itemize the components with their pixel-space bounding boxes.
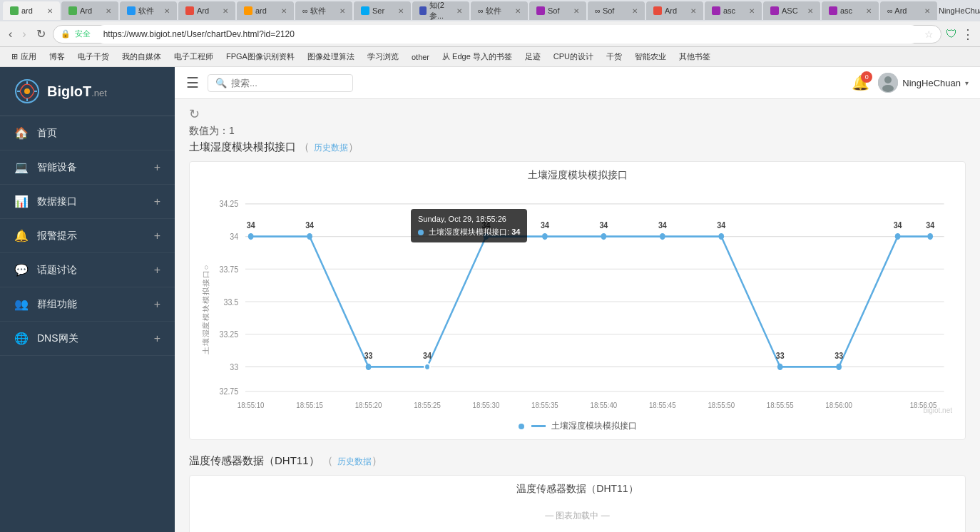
tab-6[interactable]: Ser ✕	[354, 1, 411, 20]
bm-cpu[interactable]: CPU的设计	[548, 50, 599, 63]
sidebar-item-data[interactable]: 📊 数据接口 +	[0, 185, 175, 219]
search-input[interactable]	[231, 78, 345, 88]
sidebar-label-groups: 群组功能	[37, 298, 77, 311]
user-area[interactable]: NingHeChuan ▾	[878, 73, 969, 93]
svg-text:18:55:15: 18:55:15	[296, 400, 323, 409]
bm-more[interactable]: 其他书签	[673, 50, 716, 63]
logo-icon	[14, 78, 40, 104]
bm-learn[interactable]: 学习浏览	[362, 50, 404, 63]
svg-point-54	[836, 364, 842, 370]
topics-plus-icon[interactable]: +	[154, 264, 160, 277]
sidebar-item-devices[interactable]: 💻 智能设备 +	[0, 150, 175, 185]
tab-13[interactable]: ASC ✕	[763, 1, 820, 20]
hamburger-icon[interactable]: ☰	[186, 74, 199, 91]
section2-history-link[interactable]: 历史数据	[337, 456, 372, 466]
svg-text:土壤湿度模块模拟接口○: 土壤湿度模块模拟接口○	[201, 265, 209, 354]
sidebar-label-topics: 话题讨论	[37, 264, 77, 277]
svg-text:18:55:50: 18:55:50	[708, 400, 735, 409]
sidebar-item-dns[interactable]: 🌐 DNS网关 +	[0, 322, 175, 356]
tab-5[interactable]: ∞ 软件 ✕	[295, 1, 352, 20]
bm-fpga[interactable]: FPGA图像识别资料	[220, 50, 300, 63]
tab-active[interactable]: ard ✕	[3, 1, 60, 20]
tab-9[interactable]: Sof ✕	[529, 1, 586, 20]
user-avatar	[878, 73, 898, 93]
svg-point-50	[601, 233, 606, 240]
svg-point-53	[777, 364, 783, 370]
bm-engineer[interactable]: 电子工程师	[168, 50, 219, 63]
notification-button[interactable]: 🔔 0	[852, 74, 869, 91]
bm-imgproc[interactable]: 图像处理算法	[302, 50, 360, 63]
tab-close-icon[interactable]: ✕	[47, 7, 53, 15]
dns-plus-icon[interactable]: +	[154, 332, 160, 345]
refresh-area: ↻	[189, 106, 966, 122]
refresh-icon[interactable]: ↻	[189, 106, 200, 122]
groups-plus-icon[interactable]: +	[154, 298, 160, 311]
bm-edge[interactable]: 从 Edge 导入的书签	[437, 50, 518, 63]
tab-4[interactable]: ard ✕	[237, 1, 294, 20]
tab-7[interactable]: 知(2参... ✕	[412, 1, 469, 20]
tab-3[interactable]: Ard ✕	[178, 1, 235, 20]
address-bar-row: ‹ › ↻ 🔒 安全 ☆ 🛡 ⋮	[0, 21, 980, 47]
security-label: 安全	[75, 29, 91, 39]
user-chevron-icon: ▾	[965, 79, 969, 87]
sidebar-item-alerts[interactable]: 🔔 报警提示 +	[0, 219, 175, 253]
bm-dry[interactable]: 干货	[601, 50, 628, 63]
svg-text:18:55:30: 18:55:30	[473, 400, 500, 409]
svg-text:33: 33	[230, 362, 238, 372]
user-name-tab: NingHeChuan	[939, 6, 980, 15]
data-plus-icon[interactable]: +	[154, 195, 160, 208]
section1-history-link[interactable]: 历史数据	[314, 143, 348, 153]
tab-14[interactable]: asc ✕	[822, 1, 879, 20]
legend-line-icon	[531, 425, 546, 427]
svg-point-47	[424, 364, 430, 370]
svg-text:18:55:40: 18:55:40	[591, 400, 618, 409]
reload-button[interactable]: ↻	[34, 26, 49, 42]
topics-icon: 💬	[14, 263, 29, 277]
bookmark-star-icon[interactable]: ☆	[924, 29, 934, 40]
sidebar: BigIoT.net 🏠 首页 💻 智能设备 + 📊 数据接口 + 🔔 报警提示…	[0, 67, 175, 532]
chart2-placeholder: — 图表加载中 —	[197, 501, 958, 530]
bm-media[interactable]: 我的自媒体	[116, 50, 167, 63]
legend-circle-icon	[519, 424, 524, 429]
user-name-display: NingHeChuan	[902, 78, 961, 88]
svg-text:33: 33	[834, 350, 843, 360]
tab-15[interactable]: ∞ Ard ✕	[880, 1, 937, 20]
tab-1[interactable]: Ard ✕	[61, 1, 118, 20]
sidebar-item-topics[interactable]: 💬 话题讨论 +	[0, 253, 175, 287]
back-button[interactable]: ‹	[6, 26, 15, 42]
bm-footprint[interactable]: 足迹	[519, 50, 546, 63]
chart1-area: 34.25 34 33.75 33.5 33.25 33 32.75 18:55…	[197, 188, 958, 416]
chart2-container: 温度传感器数据（DHT11） — 图表加载中 —	[189, 475, 966, 532]
alerts-icon: 🔔	[14, 229, 29, 242]
sidebar-item-groups[interactable]: 👥 群组功能 +	[0, 287, 175, 322]
address-input[interactable]	[95, 25, 920, 44]
home-icon: 🏠	[14, 126, 29, 140]
svg-text:32.75: 32.75	[220, 386, 239, 396]
tab-11[interactable]: Ard ✕	[646, 1, 703, 20]
sidebar-label-alerts: 报警提示	[37, 230, 77, 242]
browser-chrome: ard ✕ Ard ✕ 软件 ✕ Ard ✕ ard ✕ ∞ 软件 ✕	[0, 0, 980, 67]
tab-2[interactable]: 软件 ✕	[120, 1, 177, 20]
groups-icon: 👥	[14, 297, 29, 311]
devices-icon: 💻	[14, 160, 29, 174]
devices-plus-icon[interactable]: +	[154, 161, 160, 174]
forward-button[interactable]: ›	[19, 26, 29, 42]
sidebar-item-home[interactable]: 🏠 首页	[0, 116, 175, 150]
bm-other[interactable]: other	[406, 51, 435, 63]
bm-elec[interactable]: 电子干货	[72, 50, 115, 63]
tab-8[interactable]: ∞ 软件 ✕	[471, 1, 528, 20]
menu-icon[interactable]: ⋮	[961, 26, 974, 42]
bm-agri[interactable]: 智能农业	[629, 50, 672, 63]
apps-icon: ⊞	[11, 52, 18, 61]
tab-10[interactable]: ∞ Sof ✕	[588, 1, 645, 20]
svg-text:34: 34	[926, 220, 934, 230]
bm-blog[interactable]: 博客	[44, 50, 71, 63]
logo-net: .net	[91, 88, 107, 98]
svg-point-49	[542, 233, 548, 240]
svg-text:34: 34	[894, 220, 902, 230]
alerts-plus-icon[interactable]: +	[154, 230, 160, 242]
tab-12[interactable]: asc ✕	[705, 1, 762, 20]
svg-text:34: 34	[482, 220, 491, 230]
bm-apps[interactable]: ⊞ 应用	[6, 50, 42, 63]
bookmarks-bar: ⊞ 应用 博客 电子干货 我的自媒体 电子工程师 FPGA图像识别资料 图像处理…	[0, 47, 980, 67]
